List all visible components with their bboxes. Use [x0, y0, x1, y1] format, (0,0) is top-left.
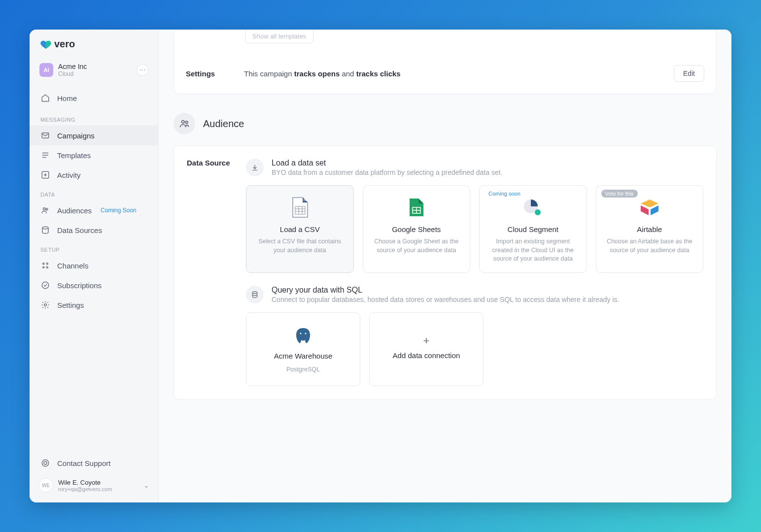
show-all-templates-button[interactable]: Show all templates: [245, 30, 313, 43]
source-desc: Choose a Google Sheet as the source of y…: [370, 237, 463, 255]
nav-label: Templates: [57, 151, 91, 160]
account-switcher[interactable]: AI Acme Inc Cloud ⋯: [37, 60, 150, 80]
nav-label: Contact Support: [57, 459, 110, 467]
svg-point-30: [300, 333, 302, 334]
source-title: Airtable: [603, 225, 696, 233]
source-title: Google Sheets: [370, 225, 463, 233]
svg-point-10: [43, 266, 44, 268]
source-airtable[interactable]: Vote for this Airtable Choose an Airtabl…: [596, 185, 704, 273]
user-avatar: WE: [38, 478, 53, 493]
account-avatar: AI: [39, 63, 53, 77]
user-email: rory+qa@getvero.com: [58, 486, 138, 492]
check-circle-icon: [40, 280, 50, 290]
nav-home[interactable]: Home: [30, 88, 158, 108]
sql-acme-warehouse[interactable]: Acme Warehouse PostgreSQL: [246, 312, 360, 386]
home-icon: [40, 93, 50, 103]
nav-campaigns[interactable]: Campaigns: [30, 126, 158, 145]
svg-point-7: [42, 227, 48, 229]
nav-label: Audiences: [57, 206, 92, 215]
source-title: Acme Warehouse: [274, 352, 333, 360]
account-plan: Cloud: [58, 70, 132, 77]
svg-point-14: [42, 460, 49, 466]
database-small-icon: [246, 286, 264, 303]
user-menu[interactable]: WE Wile E. Coyote rory+qa@getvero.com ⌄: [30, 473, 158, 498]
source-csv[interactable]: CSV Load a CSV Select a CSV file that co…: [246, 185, 354, 273]
nav-label: Channels: [57, 262, 88, 270]
settings-description: This campaign tracks opens and tracks cl…: [244, 69, 674, 78]
svg-point-29: [252, 292, 257, 294]
source-desc: Choose an Airtable base as the source of…: [603, 237, 696, 255]
nav-settings[interactable]: Settings: [30, 295, 158, 315]
nav-label: Home: [57, 94, 77, 102]
nav-templates[interactable]: Templates: [30, 145, 158, 165]
nav-label: Data Sources: [57, 226, 102, 234]
source-google-sheets[interactable]: Google Sheets Choose a Google Sheet as t…: [363, 185, 471, 273]
brand-name: vero: [54, 38, 75, 50]
nav-subscriptions[interactable]: Subscriptions: [30, 275, 158, 295]
nav-heading-messaging: MESSAGING: [30, 110, 158, 126]
svg-point-28: [535, 209, 541, 215]
user-name: Wile E. Coyote: [58, 479, 138, 486]
sidebar: vero AI Acme Inc Cloud ⋯ Home MESSAGING …: [30, 30, 159, 502]
postgresql-icon: [293, 325, 313, 347]
source-cloud-segment[interactable]: Coming soon Cloud Segment Import an exis…: [479, 185, 587, 273]
activity-icon: [40, 170, 50, 180]
main-content: Show all templates Settings This campaig…: [159, 30, 731, 502]
vote-badge: Vote for this: [601, 190, 638, 198]
download-icon: [246, 159, 264, 176]
nav-support[interactable]: Contact Support: [30, 453, 158, 473]
coming-soon-badge: Coming soon: [484, 190, 524, 198]
nav-label: Settings: [57, 301, 84, 309]
nav-audiences[interactable]: Audiences Coming Soon: [30, 200, 158, 220]
envelope-icon: [40, 131, 50, 140]
source-title: Cloud Segment: [486, 225, 580, 233]
nav-channels[interactable]: Channels: [30, 256, 158, 275]
edit-button[interactable]: Edit: [674, 65, 704, 82]
nav-heading-setup: SETUP: [30, 240, 158, 256]
svg-point-9: [46, 263, 48, 265]
load-data-title: Load a data set: [272, 159, 502, 167]
nav-data-sources[interactable]: Data Sources: [30, 220, 158, 240]
svg-point-31: [305, 333, 307, 334]
support-icon: [40, 458, 50, 468]
nav-heading-data: DATA: [30, 185, 158, 200]
brand-logo[interactable]: vero: [30, 30, 158, 57]
plus-icon: +: [423, 334, 430, 347]
nav-label: Campaigns: [57, 132, 95, 140]
app-window: vero AI Acme Inc Cloud ⋯ Home MESSAGING …: [30, 30, 731, 502]
templates-partial-card: Show all templates: [173, 30, 717, 53]
nav-label: Subscriptions: [57, 281, 102, 290]
templates-icon: [40, 150, 50, 160]
load-data-subtitle: BYO data from a customer data platform b…: [272, 168, 502, 176]
audiences-icon: [40, 205, 50, 215]
channels-icon: [40, 261, 50, 270]
svg-point-11: [46, 266, 48, 268]
account-menu-icon[interactable]: ⋯: [137, 64, 148, 76]
account-name: Acme Inc: [58, 63, 132, 70]
csv-file-icon: CSV: [253, 197, 346, 218]
svg-point-15: [44, 462, 47, 465]
source-title: Load a CSV: [253, 225, 346, 233]
coming-soon-badge: Coming Soon: [101, 207, 137, 214]
audience-icon: [173, 113, 195, 134]
cloud-segment-icon: [486, 197, 580, 218]
source-desc: Import an existing segment created in th…: [486, 237, 580, 264]
nav-activity[interactable]: Activity: [30, 165, 158, 185]
svg-point-5: [43, 208, 46, 210]
svg-point-8: [43, 263, 44, 265]
audience-section-header: Audience: [173, 113, 717, 134]
settings-label: Settings: [186, 69, 244, 78]
data-source-card: Data Source Load a data set BYO data fro…: [173, 145, 717, 399]
source-subtype: PostgreSQL: [286, 366, 320, 373]
add-data-connection[interactable]: + Add data connection: [369, 312, 484, 386]
svg-point-12: [42, 282, 49, 289]
sql-subtitle: Connect to popular databases, hosted dat…: [272, 296, 619, 303]
source-title: Add data connection: [393, 351, 460, 360]
chevron-down-icon: ⌄: [143, 481, 149, 489]
section-title: Audience: [203, 118, 244, 130]
vero-logo-icon: [40, 40, 51, 49]
database-icon: [40, 225, 50, 235]
svg-text:CSV: CSV: [302, 199, 308, 201]
google-sheets-icon: [370, 197, 463, 218]
svg-point-13: [44, 304, 47, 306]
